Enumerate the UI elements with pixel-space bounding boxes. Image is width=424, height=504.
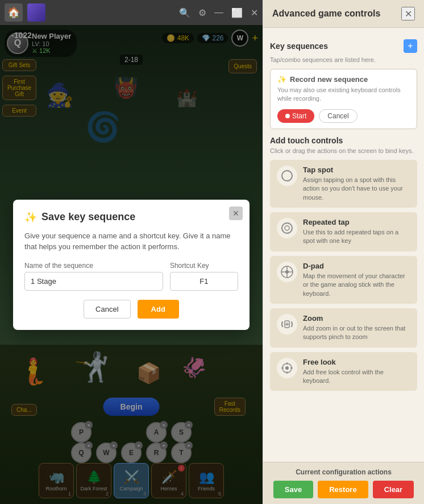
tap-spot-card[interactable]: Tap spot Assign tapping on a spot with t… [270, 160, 417, 208]
repeated-tap-content: Repeated tap Use this to add repeated ta… [303, 218, 410, 246]
modal-overlay: ✕ ✨ Save key sequence Give your sequence… [0, 25, 263, 504]
zoom-card[interactable]: Zoom Add zoom in or out to the screen th… [270, 308, 417, 348]
touch-controls-section: Add touch controls Click or drag the act… [270, 136, 417, 391]
repeated-tap-desc: Use this to add repeated taps on a spot … [303, 228, 410, 246]
tap-spot-desc: Assign tapping on a spot with this actio… [303, 176, 410, 202]
game-topbar: 🏠 🔍 ⚙ — ⬜ ✕ [0, 0, 263, 25]
d-pad-icon [277, 262, 297, 282]
zoom-title: Zoom [303, 314, 410, 323]
zoom-desc: Add zoom in or out to the screen that su… [303, 324, 410, 342]
key-sequences-section-header: Key sequences + [270, 39, 417, 53]
record-title: ✨ Record new sequence [277, 75, 410, 84]
name-field-group: Name of the sequence [24, 262, 163, 291]
d-pad-title: D-pad [303, 262, 410, 270]
free-look-content: Free look Add free look control with the… [303, 358, 410, 386]
window-close-icon[interactable]: ✕ [251, 7, 258, 18]
maximize-icon[interactable]: ⬜ [231, 7, 243, 18]
touch-controls-desc: Click or drag the actions on the screen … [270, 147, 417, 154]
tap-spot-content: Tap spot Assign tapping on a spot with t… [303, 166, 410, 202]
svg-point-2 [285, 226, 289, 230]
save-sequence-modal: ✕ ✨ Save key sequence Give your sequence… [13, 200, 250, 330]
start-recording-button[interactable]: Start [277, 109, 314, 123]
minimize-icon[interactable]: — [214, 7, 223, 18]
modal-actions: Cancel Add [24, 300, 238, 319]
panel-title: Advanced game controls [272, 9, 380, 19]
modal-add-button[interactable]: Add [138, 300, 179, 319]
record-dot [285, 114, 290, 118]
key-sequences-title: Key sequences [270, 42, 328, 51]
repeated-tap-card[interactable]: Repeated tap Use this to add repeated ta… [270, 212, 417, 251]
d-pad-desc: Map the movement of your character or th… [303, 272, 410, 298]
zoom-icon [277, 314, 297, 334]
zoom-content: Zoom Add zoom in or out to the screen th… [303, 314, 410, 342]
record-icon: ✨ [277, 75, 286, 84]
free-look-card[interactable]: Free look Add free look control with the… [270, 352, 417, 391]
panel-header: Advanced game controls ✕ [263, 0, 424, 28]
save-button[interactable]: Save [273, 481, 313, 498]
name-field-label: Name of the sequence [24, 262, 163, 270]
name-input[interactable] [24, 272, 163, 291]
repeated-tap-icon [277, 218, 297, 238]
shortcut-field-label: Shortcut Key [170, 262, 238, 270]
record-actions: Start Cancel [277, 109, 410, 123]
modal-cancel-button[interactable]: Cancel [84, 300, 130, 319]
free-look-desc: Add free look control with the keyboard. [303, 368, 410, 386]
repeated-tap-title: Repeated tap [303, 218, 410, 226]
modal-close-button[interactable]: ✕ [229, 206, 243, 220]
shortcut-input[interactable] [170, 272, 238, 291]
advanced-controls-panel: Advanced game controls ✕ Key sequences +… [263, 0, 424, 504]
panel-close-button[interactable]: ✕ [401, 7, 415, 20]
key-sequences-desc: Tap/combo sequences are listed here. [270, 56, 417, 63]
game-app-icon [27, 3, 45, 22]
game-area: 🏠 🔍 ⚙ — ⬜ ✕ Q New Player LV: 10 ⚔ 12K 🪙4 [0, 0, 263, 504]
settings-icon[interactable]: ⚙ [198, 7, 206, 18]
shortcut-field-group: Shortcut Key [170, 262, 238, 291]
panel-footer: Current configuration actions Save Resto… [263, 462, 424, 504]
footer-title: Current configuration actions [270, 468, 417, 476]
free-look-icon [277, 358, 297, 378]
modal-fields: Name of the sequence Shortcut Key [24, 262, 238, 291]
footer-actions: Save Restore Clear [270, 481, 417, 498]
clear-button[interactable]: Clear [373, 481, 414, 498]
panel-body[interactable]: Key sequences + Tap/combo sequences are … [263, 28, 424, 462]
d-pad-card[interactable]: D-pad Map the movement of your character… [270, 256, 417, 304]
svg-point-6 [285, 270, 289, 274]
game-content: Q New Player LV: 10 ⚔ 12K 🪙48K 💎 226 W +… [0, 25, 263, 504]
modal-title: ✨ Save key sequence [24, 211, 238, 224]
svg-point-11 [285, 366, 289, 370]
restore-button[interactable]: Restore [318, 481, 368, 498]
cancel-recording-button[interactable]: Cancel [319, 109, 357, 123]
search-icon[interactable]: 🔍 [179, 7, 190, 18]
add-sequence-button[interactable]: + [404, 39, 417, 53]
modal-description: Give your sequence a name and a shortcut… [24, 230, 238, 253]
free-look-title: Free look [303, 358, 410, 366]
modal-icon: ✨ [24, 211, 37, 224]
touch-controls-title: Add touch controls [270, 136, 417, 145]
svg-point-0 [282, 171, 292, 181]
record-sequence-box: ✨ Record new sequence You may also use e… [270, 69, 417, 129]
d-pad-content: D-pad Map the movement of your character… [303, 262, 410, 298]
tap-spot-icon [277, 166, 297, 186]
tap-spot-title: Tap spot [303, 166, 410, 174]
record-desc: You may also use existing keyboard contr… [277, 86, 410, 104]
home-icon[interactable]: 🏠 [5, 3, 23, 22]
svg-point-1 [282, 223, 292, 233]
